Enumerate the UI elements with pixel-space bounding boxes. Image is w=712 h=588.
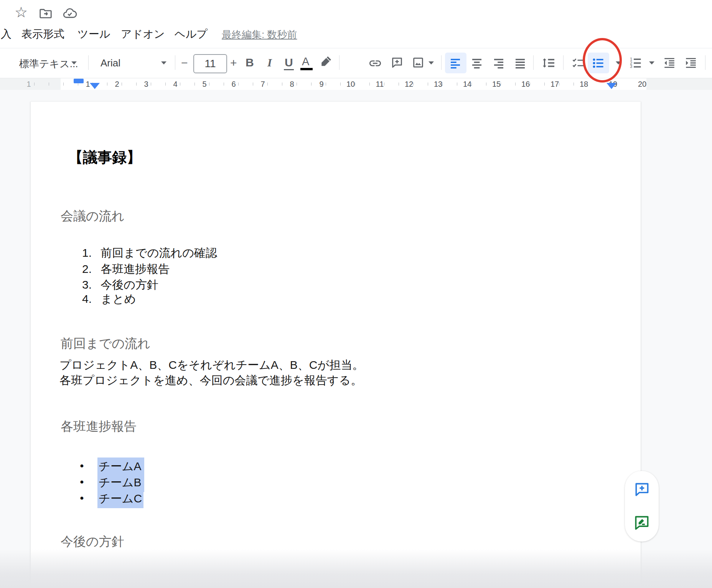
menu-item-tools[interactable]: ツール <box>77 27 110 41</box>
ruler: 1 1 2 3 4 5 6 7 8 9 10 11 12 13 14 15 16… <box>0 78 712 90</box>
ruler-number: 9 <box>317 80 326 89</box>
chevron-down-icon[interactable] <box>429 61 434 64</box>
toolbar-divider <box>441 55 442 70</box>
toolbar-divider <box>563 55 564 70</box>
ruler-number: 8 <box>288 80 296 89</box>
document-title-text[interactable]: 【議事録】 <box>68 148 141 167</box>
chevron-down-icon[interactable] <box>616 61 621 64</box>
ruler-number: 13 <box>434 80 442 89</box>
selected-text[interactable]: チームB <box>97 474 144 492</box>
bullet-list-item[interactable]: チームA <box>97 458 144 476</box>
star-icon[interactable]: ☆ <box>15 4 28 21</box>
list-item-text[interactable]: 今後の方針 <box>101 278 158 291</box>
toolbar-divider <box>88 55 89 70</box>
decrease-indent-button[interactable] <box>663 56 676 69</box>
bullet-icon: ● <box>80 462 84 470</box>
ruler-number: 15 <box>492 80 501 89</box>
checklist-button[interactable] <box>572 56 585 69</box>
ruler-number: 14 <box>463 80 471 89</box>
ruler-number: 20 <box>638 80 646 89</box>
add-comment-floating-button[interactable] <box>633 481 650 498</box>
selected-text[interactable]: チームC <box>97 490 143 508</box>
move-to-folder-icon[interactable] <box>38 6 53 21</box>
list-number: 3. <box>79 278 92 291</box>
left-indent-marker[interactable] <box>90 83 100 89</box>
menu-toolbar-divider <box>0 48 712 48</box>
ruler-number: 10 <box>346 80 355 89</box>
highlight-color-button[interactable] <box>320 55 333 68</box>
heading-meeting-flow[interactable]: 会議の流れ <box>61 208 125 225</box>
chevron-down-icon[interactable] <box>71 61 77 64</box>
list-item-text[interactable]: 各班進捗報告 <box>101 263 170 275</box>
ruler-number: 6 <box>229 80 238 89</box>
list-number: 2. <box>79 263 92 276</box>
bold-button[interactable]: B <box>246 56 254 69</box>
bulleted-list-button[interactable] <box>592 57 605 69</box>
right-indent-marker[interactable] <box>607 83 616 89</box>
menu-item-addons[interactable]: アドオン <box>121 27 165 41</box>
chevron-down-icon[interactable] <box>161 61 166 64</box>
insert-image-icon[interactable] <box>412 56 425 69</box>
list-number: 1. <box>79 246 92 259</box>
heading-future-policy[interactable]: 今後の方針 <box>61 533 124 550</box>
align-right-button[interactable] <box>493 57 505 69</box>
cloud-saved-icon[interactable] <box>62 6 77 21</box>
suggest-edits-floating-button[interactable] <box>633 514 650 531</box>
font-size-input[interactable]: 11 <box>193 54 227 73</box>
numbered-list-item[interactable]: 3. 今後の方針 <box>79 277 158 293</box>
ruler-number: 17 <box>550 80 559 89</box>
numbered-list-item[interactable]: 1. 前回までの流れの確認 <box>79 245 217 261</box>
add-comment-icon[interactable] <box>391 56 404 69</box>
align-left-button[interactable] <box>449 57 461 69</box>
decrease-font-size-button[interactable]: − <box>181 56 188 69</box>
paragraph-style-dropdown[interactable]: 標準テキス... <box>19 57 78 71</box>
toolbar-divider <box>533 55 534 70</box>
first-line-indent-marker[interactable] <box>74 79 84 83</box>
ruler-number: 12 <box>405 80 413 89</box>
line-spacing-icon[interactable] <box>542 56 555 70</box>
text-color-button[interactable]: A <box>302 55 309 68</box>
font-family-dropdown[interactable]: Arial <box>101 57 120 69</box>
paragraph-line[interactable]: 各班プロジェクトを進め、今回の会議で進捗を報告する。 <box>59 373 362 388</box>
ruler-number: 11 <box>376 80 384 89</box>
text-color-swatch[interactable] <box>300 68 313 70</box>
chevron-down-icon[interactable] <box>649 61 654 64</box>
align-justify-button[interactable] <box>514 57 526 69</box>
ruler-number: 4 <box>171 80 180 89</box>
list-item-text[interactable]: 前回までの流れの確認 <box>101 246 217 259</box>
floating-action-pill <box>625 471 659 542</box>
bullet-icon: ● <box>80 494 84 502</box>
ruler-number: 5 <box>200 80 209 89</box>
ruler-number: 2 <box>113 80 121 89</box>
selected-text[interactable]: チームA <box>97 458 144 476</box>
menu-item-format[interactable]: 表示形式 <box>21 27 64 41</box>
ruler-number-outside: 1 <box>25 80 33 89</box>
bullet-list-item[interactable]: チームC <box>97 490 143 508</box>
insert-link-icon[interactable] <box>368 56 382 70</box>
heading-progress-report[interactable]: 各班進捗報告 <box>61 418 137 435</box>
numbered-list-button[interactable]: 1 2 3 <box>629 56 642 69</box>
paragraph-line[interactable]: プロジェクトA、B、CをそれぞれチームA、B、Cが担当。 <box>59 357 364 373</box>
ruler-number: 16 <box>521 80 530 89</box>
increase-indent-button[interactable] <box>684 56 697 69</box>
align-center-button[interactable] <box>471 57 483 69</box>
menu-item-help[interactable]: ヘルプ <box>175 27 208 41</box>
toolbar-divider <box>705 55 705 70</box>
ruler-number: 7 <box>259 80 267 89</box>
toolbar-divider <box>175 55 175 70</box>
menu-item-insert-partial[interactable]: 入 <box>1 27 12 41</box>
toolbar-divider <box>339 55 340 70</box>
bullet-list-item[interactable]: チームB <box>97 474 144 492</box>
numbered-list-item[interactable]: 4. まとめ <box>79 291 136 307</box>
heading-previous-flow[interactable]: 前回までの流れ <box>61 335 150 352</box>
increase-font-size-button[interactable]: + <box>230 56 237 69</box>
document-page[interactable]: 【議事録】 会議の流れ 1. 前回までの流れの確認 2. 各班進捗報告 3. 今… <box>31 102 641 588</box>
numbered-list-item[interactable]: 2. 各班進捗報告 <box>79 261 170 277</box>
underline-button[interactable]: U <box>284 56 294 70</box>
bullet-icon: ● <box>80 478 84 486</box>
last-edit-link[interactable]: 最終編集: 数秒前 <box>222 28 297 41</box>
list-item-text[interactable]: まとめ <box>101 292 136 305</box>
italic-button[interactable]: I <box>267 56 272 69</box>
svg-text:3: 3 <box>630 64 632 69</box>
ruler-number: 18 <box>580 80 588 89</box>
